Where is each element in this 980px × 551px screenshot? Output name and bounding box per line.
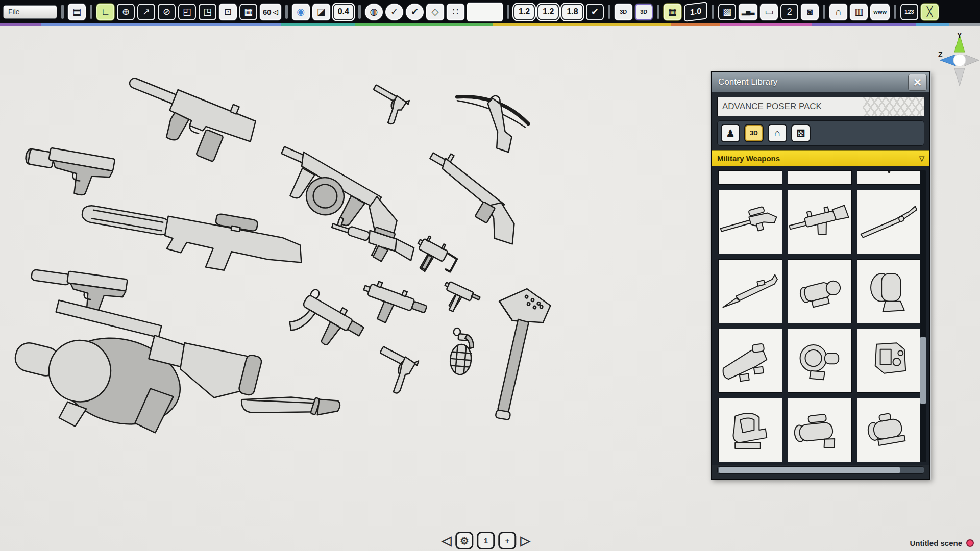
focus-target-icon[interactable]: ◉: [292, 4, 310, 20]
thumb-sniper-rifle[interactable]: [718, 190, 782, 254]
toolbar-separator: [285, 5, 288, 19]
translate-cube-icon[interactable]: ◳: [199, 4, 216, 20]
thumbnail-row: [718, 398, 916, 462]
thumb-red-dot-sight[interactable]: [788, 329, 852, 393]
prev-page-icon[interactable]: ◁: [441, 533, 452, 548]
horizontal-scrollbar-thumb[interactable]: [719, 467, 900, 473]
gizmo-x-axis-cone: [965, 55, 979, 66]
gear-icon[interactable]: ⚙: [456, 532, 474, 549]
thumbnail-row: [718, 190, 916, 254]
thumb-tube-sight[interactable]: [857, 398, 921, 462]
dither-pattern-icon[interactable]: ▩: [718, 4, 736, 20]
thumb-partial-3[interactable]: [857, 170, 921, 185]
category-header-military-weapons[interactable]: Military Weapons ▽: [712, 150, 929, 166]
numeric-cube-icon[interactable]: 123: [900, 4, 918, 20]
toolbar-separator: [657, 5, 659, 19]
thumb-holo-sight[interactable]: [857, 329, 921, 393]
toolbar-separator: [823, 5, 825, 19]
hand-grenade[interactable]: [442, 325, 483, 383]
line-weight-value[interactable]: 1.2: [513, 4, 535, 20]
toon-toggle-icon[interactable]: ✔: [406, 4, 424, 20]
camera-icon[interactable]: ◙: [801, 4, 819, 20]
thumbnail-row: [718, 329, 916, 393]
accent-strip-segment: [281, 23, 355, 26]
accent-strip-segment: [949, 23, 980, 26]
status-indicator-dot[interactable]: [966, 539, 974, 547]
thumb-partial-2[interactable]: [788, 170, 852, 185]
toolbar-separator: [712, 5, 714, 19]
page-number[interactable]: 1: [477, 532, 495, 549]
floor-grid-icon[interactable]: ▦: [239, 4, 257, 20]
ambient-value[interactable]: 0.4: [333, 4, 354, 20]
pack-name-row: ADVANCE POSER PACK: [712, 92, 929, 120]
thumb-prism-scope[interactable]: [718, 329, 782, 393]
props-3d-filter-icon[interactable]: 3D: [744, 124, 764, 142]
chevron-down-icon: ▽: [919, 155, 924, 162]
move-axes-icon[interactable]: ∟: [96, 4, 114, 20]
grenade-launcher[interactable]: [0, 284, 288, 476]
thumb-magnifier-sight[interactable]: [857, 259, 921, 323]
thumb-scope-combo[interactable]: [788, 398, 852, 462]
fov-60-icon[interactable]: 60◁: [260, 4, 281, 20]
thumb-acog-scope[interactable]: [788, 259, 852, 323]
cube-focus-icon[interactable]: ⊡: [219, 4, 237, 20]
line-detail-value[interactable]: 1.2: [537, 4, 559, 20]
shading-sphere-icon[interactable]: ◍: [365, 4, 383, 20]
thumb-bayonet-rifle[interactable]: [718, 259, 782, 323]
toolbar-separator: [358, 5, 361, 19]
image-icon[interactable]: ▥: [850, 4, 868, 20]
gizmo-z-label: Z: [938, 51, 943, 59]
restrict-view-icon[interactable]: ⊘: [158, 4, 176, 20]
vertical-scrollbar[interactable]: [920, 170, 926, 462]
file-menu-button[interactable]: File: [3, 5, 57, 19]
dice-filter-icon[interactable]: ⚄: [791, 124, 811, 142]
buildings-filter-icon[interactable]: ⌂: [768, 124, 787, 142]
rotate-cube-icon[interactable]: ◰: [178, 4, 196, 20]
orbit-globe-icon[interactable]: ⊕: [117, 4, 135, 20]
toolbar-separator: [894, 5, 896, 19]
pack-name-field[interactable]: ADVANCE POSER PACK: [717, 97, 924, 116]
revolver-top[interactable]: [359, 76, 429, 141]
snapshot-export-icon[interactable]: ▤: [68, 4, 86, 20]
gizmo-y-label: Y: [957, 31, 962, 39]
folder-3d-color-icon[interactable]: 3D: [635, 4, 653, 20]
figures-filter-icon[interactable]: ♟: [721, 124, 740, 142]
thumb-reflex-sight[interactable]: [718, 398, 782, 462]
film-frame-icon[interactable]: 2: [780, 4, 798, 20]
histogram-icon[interactable]: ▂▅▃: [739, 4, 757, 20]
add-page-icon[interactable]: +: [499, 532, 517, 549]
panel-title: Content Library: [712, 77, 777, 87]
scale-value[interactable]: 1.0: [684, 2, 707, 22]
mp5-smg[interactable]: [276, 277, 375, 378]
close-icon[interactable]: ✕: [908, 74, 927, 91]
web-icon[interactable]: www: [870, 4, 890, 20]
vertical-scrollbar-thumb[interactable]: [920, 337, 926, 404]
gizmo-center: [953, 54, 966, 66]
plane-cursor-icon[interactable]: ▭: [760, 4, 778, 20]
scale-view-icon[interactable]: ↗: [137, 4, 155, 20]
revolver-bottom[interactable]: [362, 335, 440, 412]
lines-enabled-checkbox[interactable]: ✔: [586, 4, 604, 20]
panel-titlebar[interactable]: Content Library ✕: [712, 72, 929, 92]
fullscreen-icon[interactable]: ╳: [921, 4, 939, 20]
material-spheres-icon[interactable]: ∷: [447, 4, 464, 20]
tactical-axe[interactable]: [473, 281, 560, 426]
gizmo-down-cone: [954, 68, 965, 86]
depth-cube-icon[interactable]: ◪: [312, 4, 330, 20]
next-page-icon[interactable]: ▷: [520, 533, 531, 548]
audio-icon[interactable]: ∩: [829, 4, 847, 20]
thumb-battle-rifle[interactable]: [788, 190, 852, 254]
orientation-gizmo[interactable]: Y Z: [938, 31, 980, 91]
color-swatch[interactable]: [467, 3, 503, 21]
folder-3d-icon[interactable]: 3D: [615, 4, 632, 20]
library-shelf-icon[interactable]: ▦: [664, 4, 681, 20]
line-scale-value[interactable]: 1.8: [561, 4, 583, 20]
mp7-smg[interactable]: [354, 269, 441, 339]
thumb-vintage-rifle[interactable]: [857, 190, 921, 254]
horizontal-scrollbar[interactable]: [717, 466, 924, 474]
scene-status: Untitled scene: [910, 539, 974, 547]
prism-icon[interactable]: ◇: [426, 4, 444, 20]
outline-toggle-icon[interactable]: ✓: [385, 4, 403, 20]
toolbar-separator: [61, 5, 64, 19]
thumb-partial-1[interactable]: [718, 170, 782, 185]
